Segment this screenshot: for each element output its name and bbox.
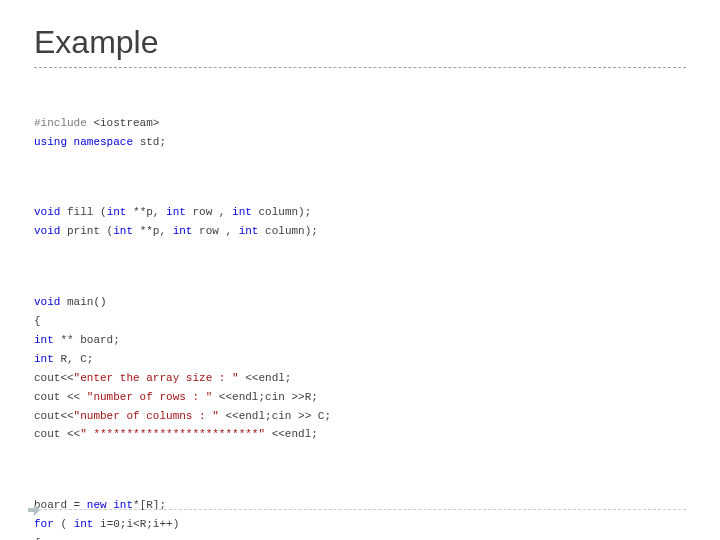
code-token: R, C; — [54, 353, 94, 365]
code-token: <<endl; — [239, 372, 292, 384]
code-token: int — [34, 334, 54, 346]
code-token: int — [173, 225, 193, 237]
code-block-4: board = new int*[R]; for ( int i=0;i<R;i… — [34, 496, 686, 540]
code-token: cout << — [34, 391, 87, 403]
code-token: using namespace — [34, 136, 133, 148]
code-token: row , — [186, 206, 232, 218]
code-token: int — [166, 206, 186, 218]
code-token: <<endl; — [265, 428, 318, 440]
code-token: main() — [60, 296, 106, 308]
code-token: int — [239, 225, 259, 237]
code-token: "enter the array size : " — [74, 372, 239, 384]
code-block-3: void main() { int ** board; int R, C; co… — [34, 293, 686, 444]
code-token: i=0;i<R;i++) — [93, 518, 179, 530]
code-token: <iostream> — [87, 117, 160, 129]
code-token: column); — [252, 206, 311, 218]
footer-divider — [34, 509, 686, 510]
code-token: { — [34, 315, 41, 327]
code-token: void — [34, 225, 60, 237]
code-block-1: #include <iostream> using namespace std; — [34, 114, 686, 152]
code-token: cout<< — [34, 410, 74, 422]
code-token: int — [74, 518, 94, 530]
code-token: int — [113, 225, 133, 237]
code-token: std; — [133, 136, 166, 148]
code-token: ( — [54, 518, 74, 530]
code-token: "number of rows : " — [87, 391, 212, 403]
code-token: void — [34, 296, 60, 308]
code-token: cout<< — [34, 372, 74, 384]
code-token: <<endl;cin >>R; — [212, 391, 318, 403]
code-token: "number of columns : " — [74, 410, 219, 422]
code-token: for — [34, 518, 54, 530]
code-block: #include <iostream> using namespace std;… — [34, 76, 686, 540]
code-token: print ( — [60, 225, 113, 237]
code-token: **p, — [133, 225, 173, 237]
title-divider — [34, 67, 686, 68]
code-block-2: void fill (int **p, int row , int column… — [34, 203, 686, 241]
code-token: void — [34, 206, 60, 218]
slide: Example #include <iostream> using namesp… — [0, 0, 720, 540]
code-token: **p, — [126, 206, 166, 218]
code-token: int — [107, 206, 127, 218]
code-token: int — [232, 206, 252, 218]
code-token: ** board; — [54, 334, 120, 346]
code-token: column); — [258, 225, 317, 237]
code-token: int — [34, 353, 54, 365]
code-token: fill ( — [60, 206, 106, 218]
code-token: #include — [34, 117, 87, 129]
code-token: row , — [192, 225, 238, 237]
arrow-right-icon — [26, 503, 40, 517]
code-token: cout << — [34, 428, 80, 440]
code-token: " *************************" — [80, 428, 265, 440]
page-title: Example — [34, 24, 686, 67]
code-token: <<endl;cin >> C; — [219, 410, 331, 422]
